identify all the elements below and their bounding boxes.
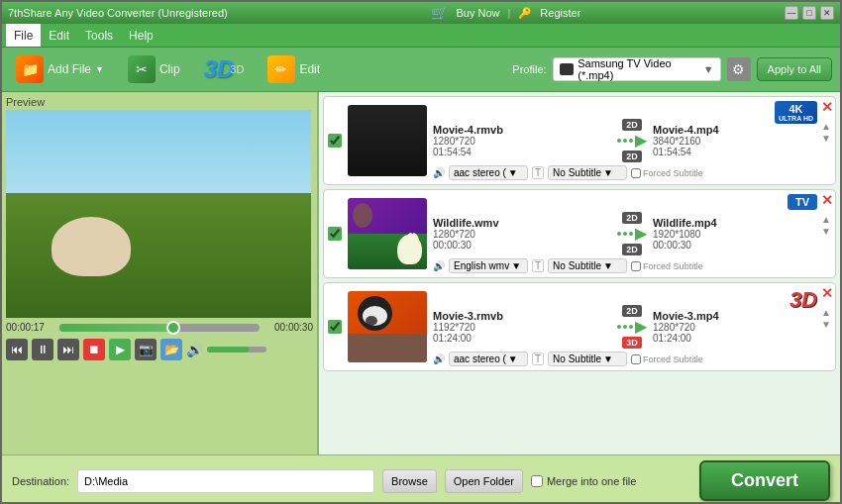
forced-sub-check-2[interactable] xyxy=(631,261,641,271)
audio-dropdown-1[interactable]: ▼ xyxy=(508,167,518,178)
maximize-btn[interactable]: □ xyxy=(802,6,816,20)
audio-dropdown-2[interactable]: ▼ xyxy=(511,260,521,271)
forced-sub-check-3[interactable] xyxy=(631,354,641,364)
file-2-sub-controls: 🔊 English wmv ▼ T No Subtitle ▼ Forced S… xyxy=(433,258,805,273)
remove-file-1-button[interactable]: ✕ xyxy=(821,99,833,115)
menu-help[interactable]: Help xyxy=(121,24,161,47)
remove-file-2-button[interactable]: ✕ xyxy=(821,192,833,208)
up-arrow-3[interactable]: ▲ xyxy=(821,307,831,318)
subtitle-dropdown-2[interactable]: ▼ xyxy=(603,260,613,271)
threed-button[interactable]: 3D 3D xyxy=(198,51,251,87)
file-res-3: 1192*720 xyxy=(433,322,611,333)
close-btn[interactable]: ✕ xyxy=(820,6,834,20)
destination-input[interactable] xyxy=(77,469,374,493)
edit-button[interactable]: ✏ Edit xyxy=(262,51,326,87)
badge-3d-output: 3D xyxy=(789,287,817,313)
add-file-dropdown-arrow[interactable]: ▼ xyxy=(95,64,104,74)
convert-button[interactable]: Convert xyxy=(699,460,830,501)
menu-edit[interactable]: Edit xyxy=(41,24,77,47)
forced-sub-label-2: Forced Subtitle xyxy=(631,261,703,271)
bottom-bar: Destination: Browse Open Folder Merge in… xyxy=(2,454,840,504)
3d-output-label: 3D xyxy=(789,287,817,312)
preview-panel: Preview 00:00:17 00:00:30 ⏮ ⏸ ⏭ ⏹ ▶ 📷 📂 … xyxy=(2,92,319,454)
minimize-btn[interactable]: — xyxy=(785,6,798,20)
subtitle-select-1[interactable]: No Subtitle ▼ xyxy=(548,165,627,180)
file-dur-3: 01:24:00 xyxy=(433,333,611,344)
rewind-button[interactable]: ⏮ xyxy=(6,339,28,360)
badge-tv: TV xyxy=(788,194,817,210)
file-checkbox-1[interactable] xyxy=(328,134,342,148)
merge-section: Merge into one file xyxy=(531,475,637,487)
up-arrow-2[interactable]: ▲ xyxy=(821,214,831,225)
menu-file[interactable]: File xyxy=(6,24,41,47)
clip-button[interactable]: ✂ Clip xyxy=(122,51,186,87)
file-3-sub-controls: 🔊 aac stereo ( ▼ T No Subtitle ▼ Forced … xyxy=(433,352,805,366)
stop-button[interactable]: ⏹ xyxy=(83,339,105,360)
folder-button[interactable]: 📂 xyxy=(160,339,182,360)
progress-fill xyxy=(59,324,173,332)
subtitle-value-2: No Subtitle xyxy=(553,260,601,271)
settings-gear-button[interactable]: ⚙ xyxy=(727,57,751,81)
subtitle-select-3[interactable]: No Subtitle ▼ xyxy=(548,352,627,366)
forced-sub-check-1[interactable] xyxy=(631,168,641,178)
play-button[interactable]: ▶ xyxy=(109,339,131,360)
down-arrow-2[interactable]: ▼ xyxy=(821,226,831,237)
volume-track[interactable] xyxy=(207,347,266,353)
arrow-line-2: ▶ xyxy=(617,226,647,242)
output-dur-1: 01:54:54 xyxy=(653,147,831,157)
reorder-2-arrows[interactable]: ▲ ▼ xyxy=(821,214,831,237)
progress-track[interactable] xyxy=(59,324,260,332)
time-start: 00:00:17 xyxy=(6,322,55,333)
down-arrow-1[interactable]: ▼ xyxy=(821,133,831,144)
pause-button[interactable]: ⏸ xyxy=(32,339,53,360)
subtitle-dropdown-1[interactable]: ▼ xyxy=(603,167,613,178)
arrow-dots-1 xyxy=(617,139,633,143)
ultra-hd-label: ULTRA HD xyxy=(779,115,813,122)
audio-track-value-3: aac stereo ( xyxy=(454,353,506,364)
profile-dropdown-arrow[interactable]: ▼ xyxy=(703,63,714,75)
add-file-button[interactable]: 📁 Add File ▼ xyxy=(10,51,110,87)
profile-label: Profile: xyxy=(512,63,546,75)
audio-track-select-3[interactable]: aac stereo ( ▼ xyxy=(449,352,528,366)
subtitle-select-2[interactable]: No Subtitle ▼ xyxy=(548,258,627,273)
convert-arrow-2: 2D ▶ 2D xyxy=(617,212,647,255)
file-info-1: Movie-4.rmvb 1280*720 01:54:54 xyxy=(433,124,611,157)
profile-area: Profile: Samsung TV Video (*.mp4) ▼ ⚙ Ap… xyxy=(512,57,832,81)
badge-4k: 4K ULTRA HD xyxy=(775,101,817,124)
up-arrow-1[interactable]: ▲ xyxy=(821,121,831,132)
file-checkbox-2[interactable] xyxy=(328,227,342,241)
edit-label: Edit xyxy=(299,62,320,76)
output-badge-2: 2D xyxy=(622,244,642,255)
remove-file-3-button[interactable]: ✕ xyxy=(821,285,833,301)
video-preview xyxy=(6,110,311,318)
open-folder-button[interactable]: Open Folder xyxy=(445,469,523,493)
reorder-1-arrows[interactable]: ▲ ▼ xyxy=(821,121,831,144)
down-arrow-3[interactable]: ▼ xyxy=(821,319,831,330)
audio-track-value-2: English wmv xyxy=(454,260,509,271)
screenshot-button[interactable]: 📷 xyxy=(135,339,157,360)
file-checkbox-3[interactable] xyxy=(328,320,342,334)
progress-thumb[interactable] xyxy=(166,321,180,335)
arrow-head-1: ▶ xyxy=(635,133,647,149)
main-content: Preview 00:00:17 00:00:30 ⏮ ⏸ ⏭ ⏹ ▶ 📷 📂 … xyxy=(2,92,840,454)
fast-forward-button[interactable]: ⏭ xyxy=(57,339,79,360)
title-bar: 7thShare Any Video Converter (Unregister… xyxy=(2,2,840,24)
audio-dropdown-3[interactable]: ▼ xyxy=(508,353,518,364)
reorder-3-arrows[interactable]: ▲ ▼ xyxy=(821,307,831,330)
convert-arrow-1: 2D ▶ 2D xyxy=(617,119,647,162)
buy-now-link[interactable]: Buy Now xyxy=(456,7,499,19)
output-name-1: Movie-4.mp4 xyxy=(653,124,831,136)
merge-label: Merge into one file xyxy=(547,475,637,487)
profile-select[interactable]: Samsung TV Video (*.mp4) ▼ xyxy=(553,57,721,81)
audio-track-select-1[interactable]: aac stereo ( ▼ xyxy=(449,165,528,180)
register-link[interactable]: Register xyxy=(540,7,580,19)
audio-track-select-2[interactable]: English wmv ▼ xyxy=(449,258,528,273)
subtitle-dropdown-3[interactable]: ▼ xyxy=(603,353,613,364)
file-item: Movie-4.rmvb 1280*720 01:54:54 2D ▶ 2D M… xyxy=(323,96,836,185)
file-list-panel: Movie-4.rmvb 1280*720 01:54:54 2D ▶ 2D M… xyxy=(319,92,840,454)
menu-tools[interactable]: Tools xyxy=(77,24,121,47)
merge-checkbox[interactable] xyxy=(531,475,543,487)
clip-icon: ✂ xyxy=(128,55,156,83)
apply-to-all-button[interactable]: Apply to All xyxy=(757,57,832,81)
browse-button[interactable]: Browse xyxy=(382,469,437,493)
